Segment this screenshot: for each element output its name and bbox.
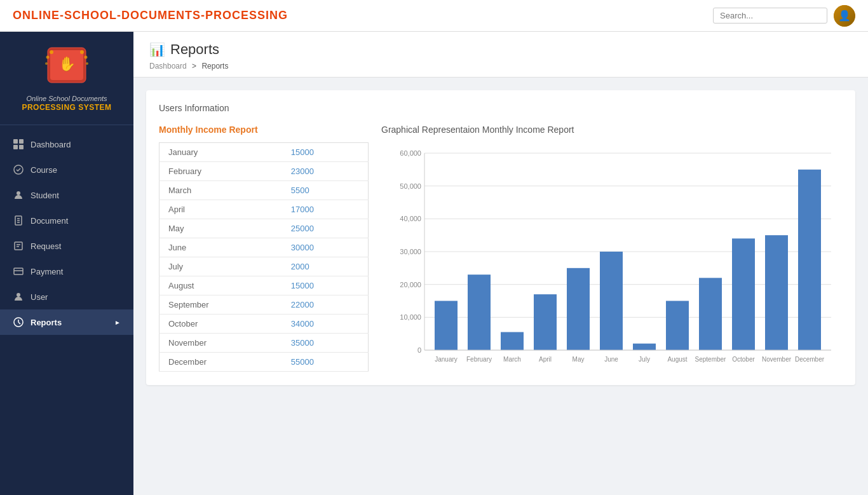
svg-point-5 [45, 62, 48, 65]
sidebar-item-document[interactable]: Document [0, 208, 133, 233]
breadcrumb: Dashboard > Reports [149, 62, 852, 71]
document-label: Document [31, 216, 68, 226]
svg-text:✋: ✋ [58, 55, 76, 72]
logo-icon: ✋ [41, 44, 92, 89]
svg-text:July: July [639, 356, 650, 363]
month-label: December [159, 353, 282, 372]
month-label: March [159, 181, 282, 200]
svg-text:60,000: 60,000 [400, 149, 421, 157]
svg-text:30,000: 30,000 [400, 248, 421, 255]
user-label: User [31, 292, 48, 302]
table-row: August15000 [159, 276, 369, 295]
svg-text:0: 0 [417, 346, 421, 354]
month-label: October [159, 315, 282, 334]
svg-text:50,000: 50,000 [400, 182, 421, 190]
bar-rect [765, 235, 788, 350]
month-label: August [159, 276, 282, 295]
dashboard-label: Dashboard [31, 140, 71, 149]
svg-text:20,000: 20,000 [400, 281, 421, 288]
breadcrumb-current: Reports [201, 62, 228, 71]
bar-rect [798, 170, 821, 350]
month-value: 25000 [282, 219, 369, 238]
month-value: 23000 [282, 162, 369, 181]
student-label: Student [31, 191, 59, 200]
svg-text:May: May [573, 356, 585, 363]
svg-line-27 [18, 322, 20, 324]
bar-rect [699, 278, 722, 350]
month-label: February [159, 162, 282, 181]
chart-title: Graphical Representaion Monthly Income R… [381, 125, 843, 135]
top-header: ONLINE-SCHOOL-DOCUMENTS-PROCESSING 👤 [0, 0, 868, 32]
reports-icon [13, 316, 24, 328]
month-label: June [159, 238, 282, 257]
payment-icon [13, 266, 24, 277]
month-value: 30000 [282, 238, 369, 257]
student-icon [13, 189, 24, 201]
table-row: October34000 [159, 315, 369, 334]
bar-rect [600, 252, 623, 350]
month-value: 22000 [282, 295, 369, 315]
month-label: May [159, 219, 282, 238]
svg-rect-22 [14, 268, 23, 275]
svg-rect-10 [19, 139, 24, 144]
document-icon [13, 215, 24, 226]
table-row: July2000 [159, 257, 369, 276]
content-area: 📊 Reports Dashboard > Reports Users Info… [133, 32, 868, 495]
sidebar-item-payment[interactable]: Payment [0, 259, 133, 284]
svg-text:October: October [732, 356, 755, 363]
table-row: September22000 [159, 295, 369, 315]
sidebar-item-request[interactable]: Request [0, 233, 133, 259]
month-label: November [159, 334, 282, 353]
bar-rect [534, 294, 557, 350]
month-value: 17000 [282, 200, 369, 219]
table-row: April17000 [159, 200, 369, 219]
reports-arrow: ► [114, 319, 121, 326]
sidebar-item-reports[interactable]: Reports ► [0, 309, 133, 335]
svg-text:40,000: 40,000 [400, 215, 421, 222]
search-input[interactable] [713, 8, 827, 24]
table-row: February23000 [159, 162, 369, 181]
monthly-table-section: Monthly Income Report January15000Februa… [159, 125, 369, 372]
svg-text:June: June [604, 356, 618, 363]
breadcrumb-home[interactable]: Dashboard [149, 62, 187, 71]
sidebar-item-dashboard[interactable]: Dashboard [0, 132, 133, 157]
bar-rect [633, 344, 656, 350]
dashboard-icon [13, 139, 24, 150]
bar-rect [567, 268, 590, 350]
bar-rect [666, 301, 689, 351]
month-value: 34000 [282, 315, 369, 334]
month-value: 15000 [282, 276, 369, 295]
main-layout: ✋ Online School Documents PROCESSING SYS… [0, 32, 868, 495]
bar-rect [501, 332, 524, 350]
month-value: 35000 [282, 334, 369, 353]
main-card: Users Information Monthly Income Report … [146, 90, 855, 385]
bar-rect [468, 275, 491, 350]
table-row: March5500 [159, 181, 369, 200]
month-label: September [159, 295, 282, 315]
svg-text:August: August [667, 356, 687, 363]
month-value: 55000 [282, 353, 369, 372]
svg-rect-12 [19, 145, 24, 149]
sidebar-item-user[interactable]: User [0, 284, 133, 309]
user-icon [13, 291, 24, 302]
table-row: November35000 [159, 334, 369, 353]
request-label: Request [31, 241, 61, 251]
svg-text:November: November [762, 356, 792, 363]
month-label: January [159, 143, 282, 162]
table-row: June30000 [159, 238, 369, 257]
sidebar-logo: ✋ Online School Documents PROCESSING SYS… [0, 32, 133, 125]
sidebar-item-course[interactable]: Course [0, 157, 133, 182]
month-value: 5500 [282, 181, 369, 200]
reports-label: Reports [31, 318, 62, 327]
svg-point-4 [46, 56, 50, 59]
course-label: Course [31, 165, 57, 175]
monthly-table-title: Monthly Income Report [159, 125, 369, 135]
course-icon [13, 164, 24, 175]
reports-grid: Monthly Income Report January15000Februa… [159, 125, 843, 372]
sidebar-item-student[interactable]: Student [0, 182, 133, 208]
avatar[interactable]: 👤 [834, 5, 855, 27]
payment-label: Payment [31, 267, 63, 276]
breadcrumb-separator: > [192, 62, 196, 71]
chart-section: Graphical Representaion Monthly Income R… [381, 125, 843, 372]
sidebar-nav: Dashboard Course Student D [0, 125, 133, 495]
